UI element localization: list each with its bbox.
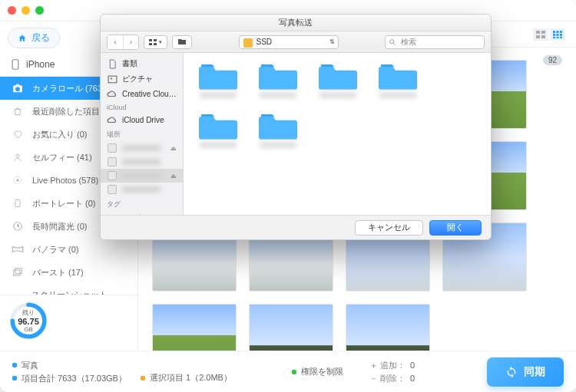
storage-gauge: 残り 96.75 GB (9, 301, 48, 340)
icloud-item-0[interactable]: iCloud Drive (101, 113, 183, 127)
favorite-item-0[interactable]: 書類 (101, 56, 183, 71)
sync-label: 同期 (524, 365, 545, 379)
grid-small-view-button[interactable] (550, 28, 565, 41)
cancel-button[interactable]: キャンセル (355, 220, 423, 236)
count-badge: 92 (543, 55, 562, 65)
sidebar-item-screenshot[interactable]: スクリーンショット (295) (0, 284, 137, 295)
folder-item[interactable] (254, 61, 302, 98)
back-nav-button[interactable]: ‹ (108, 35, 123, 49)
status-permission: 権限を制限 (301, 366, 343, 377)
folder-label (319, 92, 356, 98)
search-icon (389, 38, 396, 46)
svg-rect-27 (154, 39, 157, 41)
svg-rect-23 (553, 37, 555, 38)
hdd-icon (107, 185, 118, 194)
favorite-item-2[interactable]: Creative Clou… (101, 87, 183, 100)
status-selection: 選択項目 1（2.0MB） (150, 372, 232, 384)
icon-view-icon (149, 39, 157, 45)
grid-large-icon (536, 31, 545, 38)
back-button[interactable]: 戻る (8, 28, 60, 48)
view-mode-button[interactable]: ▾ (144, 35, 167, 49)
svg-rect-14 (541, 31, 545, 34)
heart-icon (11, 128, 25, 140)
folder-icon (259, 110, 297, 140)
picture-icon (107, 74, 118, 84)
photo-thumbnail[interactable] (249, 304, 333, 351)
drive-label (122, 173, 161, 179)
burst-icon (11, 266, 25, 278)
path-dropdown[interactable]: SSD (239, 35, 339, 49)
camera-icon (11, 82, 25, 94)
open-button[interactable]: 開く (429, 220, 482, 236)
eject-icon[interactable]: ⏏ (170, 173, 177, 180)
sidebar-item-pano[interactable]: パノラマ (0) (0, 238, 137, 261)
folder-label (260, 92, 296, 98)
cloud-icon (107, 89, 118, 98)
nav-arrows: ‹ › (107, 35, 139, 50)
sidebar-label: 書類 (122, 58, 137, 69)
status-total: 項目合計 7633（17.03GB） (22, 373, 127, 384)
folder-item[interactable] (374, 61, 422, 98)
photo-thumbnail[interactable] (152, 304, 237, 351)
svg-rect-32 (108, 76, 117, 83)
sidebar-item-label: スクリーンショット (295) (31, 289, 127, 295)
svg-rect-22 (560, 34, 562, 36)
device-name: iPhone (26, 59, 55, 70)
folder-label (379, 92, 416, 98)
path-label: SSD (257, 38, 273, 46)
add-label: ＋ 追加： (369, 360, 406, 371)
del-label: － 削除： (369, 373, 406, 384)
sidebar-item-label: カメラロール (7633) (32, 83, 110, 94)
drive-label (122, 159, 161, 165)
location-item-0[interactable]: ⏏ (101, 141, 183, 155)
home-icon (18, 34, 27, 43)
forward-nav-button[interactable]: › (123, 35, 138, 49)
zoom-icon[interactable] (35, 6, 44, 15)
live-icon (11, 174, 25, 186)
grid-large-view-button[interactable] (533, 28, 548, 41)
sync-button[interactable]: 同期 (487, 357, 564, 387)
hdd-icon (107, 143, 118, 153)
svg-rect-13 (536, 31, 540, 34)
folder-item[interactable] (194, 110, 242, 148)
minimize-icon[interactable] (22, 6, 30, 15)
add-count: 0 (410, 361, 415, 370)
sidebar-heading-icloud: iCloud (101, 100, 183, 113)
photo-thumbnail[interactable] (346, 304, 430, 351)
location-item-2[interactable]: ⏏ (101, 169, 183, 183)
sidebar-item-label: パノラマ (0) (32, 244, 79, 255)
portrait-icon (11, 197, 25, 209)
doc-icon (107, 59, 118, 68)
svg-line-31 (393, 43, 396, 45)
folder-icon (319, 61, 357, 90)
svg-rect-0 (12, 60, 18, 69)
search-input[interactable]: 検索 (385, 35, 485, 49)
folder-item[interactable] (254, 110, 302, 148)
svg-point-2 (16, 179, 19, 182)
status-bar: 写真 項目合計 7633（17.03GB） 選択項目 1（2.0MB） 権限を制… (0, 351, 576, 392)
close-icon[interactable] (8, 6, 16, 15)
favorite-item-1[interactable]: ピクチャ (101, 71, 183, 87)
finder-file-area[interactable] (184, 53, 491, 215)
group-button[interactable] (172, 35, 192, 49)
svg-point-30 (390, 39, 394, 43)
svg-rect-28 (149, 43, 152, 45)
del-count: 0 (410, 374, 415, 383)
hdd-icon (107, 157, 118, 166)
sidebar-label: ピクチャ (122, 74, 153, 84)
trash-icon (11, 105, 25, 117)
svg-rect-7 (15, 268, 22, 274)
grid-small-icon (553, 31, 562, 38)
status-title: 写真 (22, 360, 38, 371)
sidebar-item-burst[interactable]: バースト (17) (0, 261, 137, 284)
eject-icon[interactable]: ⏏ (170, 145, 177, 152)
svg-rect-20 (553, 34, 555, 36)
folder-item[interactable] (194, 61, 242, 98)
svg-rect-15 (536, 35, 540, 38)
location-item-1[interactable] (101, 155, 183, 169)
finder-dialog: 写真転送 ‹ › ▾ SSD 検索 書類ピクチャCreative Clou…iC… (100, 14, 492, 240)
svg-rect-19 (560, 31, 562, 33)
sidebar-heading-locations: 場所 (101, 127, 183, 141)
folder-item[interactable] (314, 61, 362, 98)
location-item-3[interactable] (101, 183, 183, 196)
